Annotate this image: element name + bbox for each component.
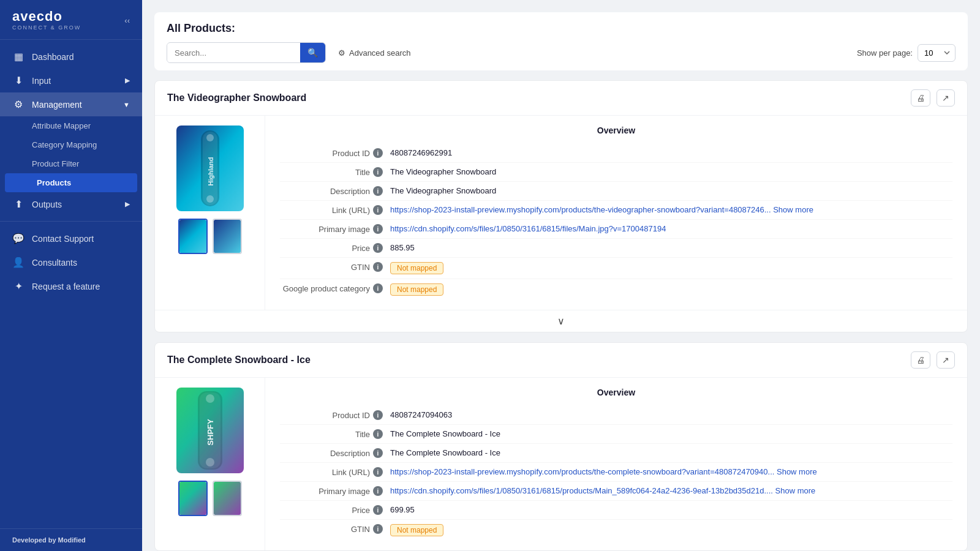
product-2-description-info-icon[interactable]: i — [373, 448, 383, 458]
dashboard-icon: ▦ — [12, 51, 24, 62]
product-1-label-primary-image: Primary image i — [280, 224, 390, 234]
product-2-value-primary-image[interactable]: https://cdn.shopify.com/s/files/1/0850/3… — [390, 486, 952, 495]
product-2-value-gtin: Not mapped — [390, 524, 952, 536]
product-1-field-google-category: Google product category i Not mapped — [280, 279, 952, 300]
feature-icon: ✦ — [12, 280, 24, 292]
product-2-images: SHPFY — [155, 378, 265, 550]
svg-point-4 — [206, 134, 214, 141]
support-icon: 💬 — [12, 233, 24, 244]
search-button[interactable]: 🔍 — [300, 43, 325, 62]
product-1-field-product-id: Product ID i 48087246962991 — [280, 144, 952, 163]
show-per-page-label: Show per page: — [857, 48, 913, 58]
sidebar-item-category-mapping[interactable]: Category Mapping — [0, 135, 142, 154]
management-arrow-icon: ▼ — [123, 101, 130, 108]
svg-text:SHPFY: SHPFY — [206, 419, 215, 446]
title-info-icon[interactable]: i — [373, 167, 383, 177]
product-1-label-gtin: GTIN i — [280, 262, 390, 272]
product-1-field-title: Title i The Videographer Snowboard — [280, 163, 952, 182]
show-per-page: Show per page: 5 10 25 50 100 — [857, 44, 956, 62]
sidebar-item-products[interactable]: Products — [5, 173, 137, 192]
product-1-expand-row[interactable]: ∨ — [155, 310, 967, 332]
product-2-label-gtin: GTIN i — [280, 524, 390, 534]
sidebar-label-dashboard: Dashboard — [32, 52, 74, 62]
sidebar-item-input[interactable]: ⬇ Input ▶ — [0, 69, 142, 92]
product-1-thumbnail-2[interactable] — [213, 219, 242, 254]
sidebar-item-dashboard[interactable]: ▦ Dashboard — [0, 45, 142, 69]
description-info-icon[interactable]: i — [373, 186, 383, 196]
product-1-print-button[interactable]: 🖨 — [911, 89, 930, 107]
product-card-2: The Complete Snowboard - Ice 🖨 ↗ — [154, 342, 968, 551]
sidebar-label-management: Management — [32, 100, 82, 110]
product-2-id-info-icon[interactable]: i — [373, 410, 383, 420]
logo-brand: avecdo — [12, 10, 81, 23]
sidebar-item-attribute-mapper[interactable]: Attribute Mapper — [0, 116, 142, 135]
per-page-select[interactable]: 5 10 25 50 100 — [918, 44, 956, 62]
sidebar-toggle[interactable]: ‹‹ — [124, 16, 130, 25]
product-2-value-price: 699.95 — [390, 505, 952, 514]
sidebar-item-product-filter[interactable]: Product Filter — [0, 154, 142, 173]
nav-divider — [0, 221, 142, 222]
product-2-title-info-icon[interactable]: i — [373, 429, 383, 439]
product-2-print-button[interactable]: 🖨 — [911, 351, 930, 369]
product-2-thumbnail-1[interactable] — [178, 481, 208, 516]
product-1-label-link: Link (URL) i — [280, 205, 390, 215]
product-2-thumbnail-2[interactable] — [213, 481, 242, 516]
consultants-icon: 👤 — [12, 257, 24, 268]
product-1-value-primary-image[interactable]: https://cdn.shopify.com/s/files/1/0850/3… — [390, 224, 952, 233]
search-bar: 🔍 ⚙ Advanced search Show per page: 5 10 … — [167, 42, 956, 63]
input-icon: ⬇ — [12, 75, 24, 86]
product-1-label-description: Description i — [280, 186, 390, 196]
sidebar-item-contact-support[interactable]: 💬 Contact Support — [0, 227, 142, 250]
product-2-field-price: Price i 699.95 — [280, 501, 952, 520]
svg-point-5 — [206, 195, 214, 203]
search-controls: 🔍 ⚙ Advanced search — [167, 42, 415, 63]
product-2-value-link[interactable]: https://shop-2023-install-preview.myshop… — [390, 467, 952, 476]
svg-text:Highland: Highland — [207, 157, 214, 186]
price-info-icon[interactable]: i — [373, 243, 383, 253]
primary-image-info-icon[interactable]: i — [373, 224, 383, 234]
product-2-body: SHPFY Overview — [155, 378, 967, 550]
sidebar-label-request-feature: Request a feature — [32, 282, 100, 291]
sidebar-footer: Developed by Modified — [0, 528, 142, 551]
product-1-thumbnail-1[interactable] — [178, 219, 208, 254]
advanced-search-button[interactable]: ⚙ Advanced search — [333, 45, 415, 61]
product-1-field-gtin: GTIN i Not mapped — [280, 258, 952, 279]
search-input[interactable] — [167, 43, 300, 62]
product-1-field-primary-image: Primary image i https://cdn.shopify.com/… — [280, 220, 952, 239]
sidebar-item-request-feature[interactable]: ✦ Request a feature — [0, 274, 142, 298]
footer-text: Developed by — [12, 536, 58, 544]
logo-text: avecdo CONNECT & GROW — [12, 10, 81, 31]
svg-point-10 — [206, 394, 214, 403]
logo-sub: CONNECT & GROW — [12, 24, 81, 31]
product-2-price-info-icon[interactable]: i — [373, 505, 383, 515]
product-2-field-description: Description i The Complete Snowboard - I… — [280, 444, 952, 463]
product-1-external-link-button[interactable]: ↗ — [937, 89, 955, 107]
product-2-field-product-id: Product ID i 48087247094063 — [280, 406, 952, 425]
product-1-thumbnails — [178, 219, 242, 254]
svg-point-11 — [206, 458, 214, 467]
product-1-value-description: The Videographer Snowboard — [390, 186, 952, 195]
footer-brand: Modified — [58, 536, 86, 544]
sidebar-item-management[interactable]: ⚙ Management ▼ — [0, 92, 142, 116]
gtin-info-icon[interactable]: i — [373, 262, 383, 272]
product-1-value-link[interactable]: https://shop-2023-install-preview.myshop… — [390, 205, 952, 214]
sidebar-sublabel-category-mapping: Category Mapping — [32, 140, 97, 149]
product-2-external-link-button[interactable]: ↗ — [937, 351, 955, 369]
product-2-link-info-icon[interactable]: i — [373, 467, 383, 477]
product-2-label-title: Title i — [280, 429, 390, 439]
product-2-gtin-info-icon[interactable]: i — [373, 524, 383, 534]
sidebar-item-consultants[interactable]: 👤 Consultants — [0, 250, 142, 274]
filter-icon: ⚙ — [338, 48, 345, 58]
advanced-search-label: Advanced search — [349, 48, 410, 58]
product-id-info-icon[interactable]: i — [373, 148, 383, 158]
link-info-icon[interactable]: i — [373, 205, 383, 215]
product-1-main-image: Highland — [176, 126, 244, 211]
google-category-info-icon[interactable]: i — [373, 283, 383, 293]
page-header: All Products: 🔍 ⚙ Advanced search Show p… — [154, 12, 968, 70]
product-2-primary-image-info-icon[interactable]: i — [373, 486, 383, 496]
product-card-1-header: The Videographer Snowboard 🖨 ↗ — [155, 81, 967, 116]
product-2-main-image: SHPFY — [176, 388, 244, 473]
product-2-label-description: Description i — [280, 448, 390, 458]
expand-icon: ∨ — [557, 315, 565, 327]
sidebar-item-outputs[interactable]: ⬆ Outputs ▶ — [0, 192, 142, 216]
